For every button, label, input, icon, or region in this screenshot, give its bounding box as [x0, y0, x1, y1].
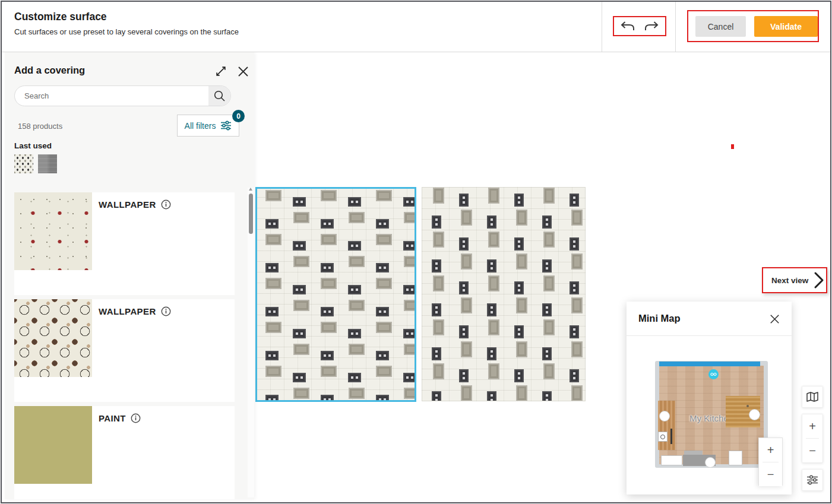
wallpaper-dark-tile	[542, 215, 552, 229]
wallpaper-dark-tile	[321, 351, 334, 360]
wallpaper-gray-tile	[543, 363, 555, 379]
minimap-appliance	[658, 432, 668, 442]
wallpaper-gray-tile	[461, 385, 472, 401]
tile-dot	[573, 289, 575, 291]
header-divider	[602, 2, 602, 52]
product-thumbnail[interactable]	[14, 299, 92, 377]
zoom-out-button[interactable]: −	[802, 439, 822, 462]
minimap-zoom-out-button[interactable]: −	[759, 462, 782, 486]
product-card[interactable]: WALLPAPER	[14, 299, 235, 402]
validate-button[interactable]: Validate	[754, 16, 818, 37]
wallpaper-gray-tile	[488, 363, 499, 379]
minimap-panel: Mini Map My Kitchen	[627, 302, 792, 495]
tile-dot	[296, 201, 298, 203]
wallpaper-gray-tile	[376, 278, 392, 289]
next-view-button[interactable]: Next view	[762, 267, 827, 293]
wall-surface-selected[interactable]	[255, 187, 416, 402]
wallpaper-gray-tile	[349, 256, 365, 267]
minimap-oven	[670, 429, 672, 444]
expand-button[interactable]	[211, 62, 230, 81]
search-box	[14, 85, 231, 106]
wallpaper-gray-tile	[488, 319, 499, 335]
camera-indicator[interactable]	[708, 369, 719, 379]
product-card[interactable]: PAINT	[14, 406, 235, 499]
minimap-selected-wall[interactable]	[659, 362, 760, 366]
scrollbar-thumb[interactable]	[249, 194, 253, 234]
minimap-zoom-in-button[interactable]: +	[759, 438, 782, 462]
zoom-controls: + −	[802, 414, 823, 463]
wallpaper-dark-tile	[293, 373, 306, 382]
tile-dot	[435, 394, 438, 397]
wallpaper-dark-tile	[432, 215, 441, 229]
header-divider	[675, 2, 676, 52]
minimap-cabinet	[729, 451, 742, 465]
all-filters-button[interactable]: All filters	[177, 115, 239, 137]
tile-dot	[351, 289, 353, 291]
tile-dot	[546, 394, 548, 397]
tile-dot	[328, 354, 331, 357]
map-button[interactable]	[802, 386, 822, 407]
tile-dot	[379, 310, 381, 313]
product-card[interactable]: WALLPAPER	[14, 192, 235, 295]
info-icon[interactable]	[131, 413, 141, 423]
wallpaper-dark-tile	[487, 303, 496, 316]
wallpaper-gray-tile	[488, 275, 499, 291]
wallpaper-dark-tile	[459, 369, 469, 382]
scrollbar-up-arrow[interactable]	[249, 188, 252, 191]
tile-dot	[573, 201, 575, 204]
tile-dot	[296, 332, 298, 335]
redo-icon	[644, 21, 659, 31]
wallpaper-gray-tile	[293, 212, 309, 223]
tile-dot	[411, 376, 413, 379]
info-icon[interactable]	[161, 199, 171, 210]
tile-dot	[356, 201, 358, 203]
panel-close-button[interactable]	[234, 62, 252, 81]
tile-dot	[324, 398, 326, 401]
wallpaper-dark-tile	[348, 197, 361, 207]
tile-dot	[379, 223, 381, 225]
wallpaper-gray-tile	[349, 388, 365, 399]
tile-dot	[546, 350, 548, 353]
paint-swatch[interactable]	[14, 406, 92, 484]
tile-dot	[435, 350, 438, 353]
tile-dot	[273, 223, 276, 225]
tile-dot	[268, 223, 271, 225]
tile-dot	[300, 245, 303, 247]
minimap-close-button[interactable]	[767, 311, 782, 327]
wallpaper-dark-tile	[542, 259, 552, 272]
wallpaper-gray-tile	[265, 322, 281, 333]
wallpaper-dark-tile	[348, 241, 361, 251]
tile-dot	[328, 310, 331, 313]
last-used-swatch-tiles[interactable]	[14, 154, 33, 173]
wallpaper-dark-tile	[514, 369, 524, 382]
last-used-swatch-concrete[interactable]	[38, 154, 57, 173]
zoom-in-button[interactable]: +	[802, 414, 822, 438]
wallpaper-gray-tile	[349, 212, 365, 223]
search-button[interactable]	[208, 86, 230, 106]
tile-dot	[379, 354, 381, 357]
info-icon[interactable]	[161, 306, 171, 316]
tile-dot	[328, 267, 331, 269]
page-subtitle: Cut surfaces or use preset to lay severa…	[14, 27, 239, 36]
adjust-settings-button[interactable]	[802, 470, 822, 490]
tile-dot	[273, 310, 276, 313]
redo-button[interactable]	[641, 18, 662, 34]
wallpaper-gray-tile	[433, 275, 444, 291]
minimap-title: Mini Map	[638, 313, 681, 324]
wallpaper-dark-tile	[487, 347, 496, 360]
undo-button[interactable]	[618, 18, 638, 34]
cancel-button[interactable]: Cancel	[695, 16, 746, 37]
tile-dot	[573, 377, 575, 379]
tile-dot	[384, 267, 386, 269]
tile-dot	[518, 377, 520, 379]
tile-dot	[573, 284, 575, 287]
wallpaper-gray-tile	[543, 319, 555, 335]
wallpaper-dark-tile	[403, 329, 416, 338]
search-input[interactable]	[15, 86, 208, 106]
scrollbar[interactable]	[248, 188, 254, 497]
tile-dot	[300, 289, 303, 291]
tile-dot	[356, 289, 358, 291]
product-thumbnail[interactable]	[14, 192, 92, 270]
wall-surface[interactable]	[422, 187, 586, 401]
tile-dot	[573, 196, 575, 199]
